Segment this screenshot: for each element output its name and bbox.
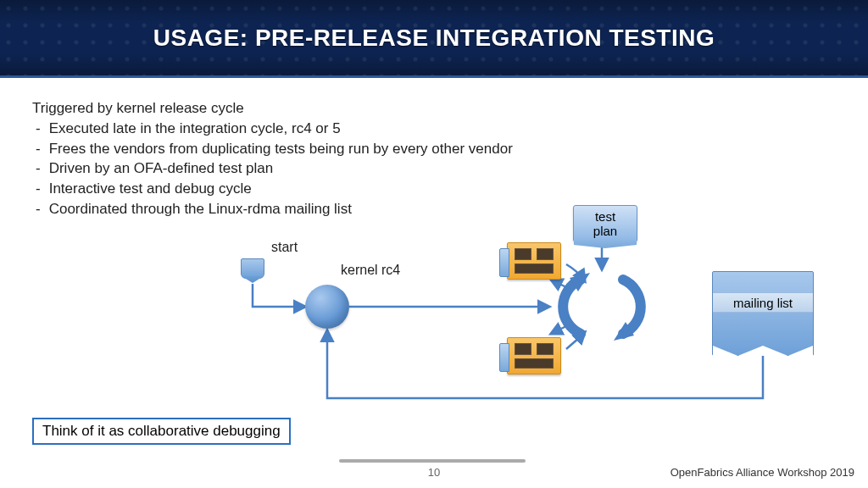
callout-box: Think of it as collaborative debugging	[32, 418, 291, 445]
chip-bot-out	[566, 332, 585, 349]
chip-top-in	[566, 264, 585, 281]
cycle-arc-left-head	[570, 273, 590, 291]
arrow-start-to-kernel	[253, 284, 305, 307]
kernel-label: kernel rc4	[341, 263, 400, 278]
chip-bot-in	[551, 324, 571, 334]
bullet-item: Frees the vendors from duplicating tests…	[36, 139, 836, 159]
bullet-item: Driven by an OFA-defined test plan	[36, 158, 836, 179]
slide-header: USAGE: PRE-RELEASE INTEGRATION TESTING	[0, 0, 868, 78]
vendor-board-top-icon	[507, 242, 561, 280]
footer-rule	[339, 459, 526, 463]
mailing-list-label: mailing list	[713, 292, 813, 313]
slide-title: USAGE: PRE-RELEASE INTEGRATION TESTING	[153, 25, 715, 52]
arrow-feedback-loop	[327, 330, 763, 398]
vendor-board-bottom-icon	[507, 337, 561, 374]
start-label: start	[271, 240, 298, 255]
bullet-item: Interactive test and debug cycle	[36, 179, 836, 199]
cycle-arc-right	[623, 280, 641, 334]
cycle-arc-left	[563, 280, 581, 334]
cycle-arc-right-head	[614, 322, 634, 341]
lead-line: Triggered by kernel release cycle	[32, 98, 836, 119]
footer-org: OpenFabrics Alliance Workshop 2019	[670, 466, 854, 479]
slide-footer: 10 OpenFabrics Alliance Workshop 2019	[0, 463, 868, 483]
body-text: Triggered by kernel release cycle Execut…	[0, 78, 868, 219]
page-number: 10	[428, 466, 440, 479]
chip-top-out	[551, 280, 571, 290]
start-node-icon	[241, 258, 264, 279]
bullet-item: Executed late in the integration cycle, …	[36, 119, 836, 139]
kernel-node-icon	[305, 285, 349, 329]
bullet-item: Coordinated through the Linux-rdma maili…	[36, 199, 836, 219]
mailing-list-node: mailing list	[712, 271, 814, 356]
